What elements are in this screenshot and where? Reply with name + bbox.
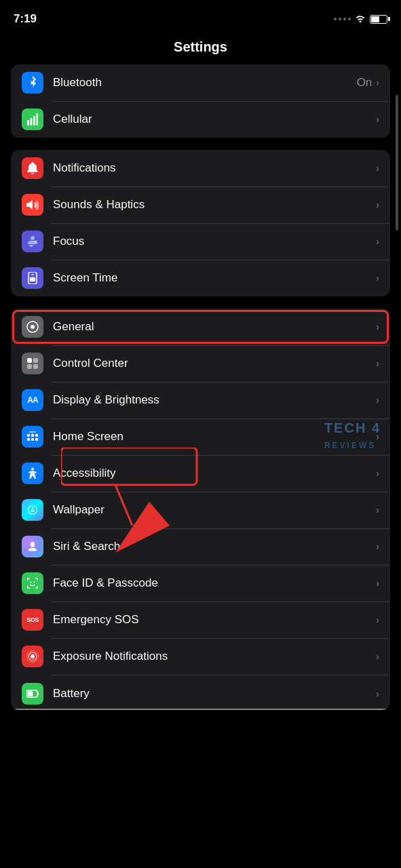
settings-row-focus[interactable]: Focus › [11, 223, 390, 260]
settings-row-screentime[interactable]: Screen Time › [11, 260, 390, 296]
settings-row-cellular[interactable]: Cellular › [11, 101, 390, 138]
svg-rect-2 [33, 116, 35, 125]
settings-row-display[interactable]: AA Display & Brightness › [11, 382, 390, 418]
svg-rect-11 [27, 364, 32, 369]
bluetooth-label: Bluetooth [53, 76, 357, 90]
status-time: 7:19 [14, 12, 37, 26]
svg-rect-13 [27, 434, 30, 437]
status-icons [334, 14, 387, 24]
svg-rect-6 [31, 274, 34, 275]
general-label: General [53, 320, 376, 334]
homescreen-chevron: › [376, 431, 379, 442]
scroll-indicator [396, 95, 398, 231]
notifications-label: Notifications [53, 161, 376, 175]
settings-row-wallpaper[interactable]: Wallpaper › [11, 492, 390, 528]
svg-rect-12 [33, 364, 38, 369]
controlcenter-label: Control Center [53, 357, 376, 370]
settings-row-sos[interactable]: SOS Emergency SOS › [11, 601, 390, 638]
homescreen-label: Home Screen [53, 430, 376, 443]
svg-point-31 [34, 582, 35, 583]
screentime-icon [22, 267, 43, 289]
settings-row-exposure[interactable]: Exposure Notifications › [11, 638, 390, 675]
settings-group-connectivity: Bluetooth On › Cellular › [11, 64, 390, 138]
settings-row-homescreen[interactable]: Home Screen › [11, 418, 390, 455]
settings-group-main: General › Control Center › AA [11, 309, 390, 710]
svg-rect-37 [28, 691, 33, 696]
display-icon: AA [22, 389, 43, 411]
settings-group-notifications: Notifications › Sounds & Haptics › [11, 150, 390, 296]
svg-point-8 [31, 325, 35, 329]
svg-point-21 [31, 542, 35, 547]
svg-rect-18 [35, 438, 38, 441]
settings-row-general[interactable]: General › [11, 309, 390, 345]
homescreen-icon [22, 426, 43, 448]
notifications-chevron: › [376, 163, 379, 174]
focus-label: Focus [53, 235, 376, 248]
svg-rect-10 [33, 358, 38, 363]
battery-label: Battery [53, 687, 376, 701]
settings-container: Bluetooth On › Cellular › [0, 64, 401, 710]
siri-chevron: › [376, 541, 379, 552]
battery-icon [22, 683, 43, 705]
faceid-chevron: › [376, 578, 379, 589]
controlcenter-icon [22, 353, 43, 374]
general-icon [22, 316, 43, 338]
sounds-label: Sounds & Haptics [53, 198, 376, 212]
settings-row-siri[interactable]: Siri & Search › [11, 528, 390, 565]
bluetooth-chevron: › [376, 77, 379, 88]
general-chevron: › [376, 321, 379, 332]
svg-rect-27 [37, 578, 39, 580]
sounds-icon [22, 194, 43, 216]
svg-rect-17 [31, 438, 34, 441]
svg-rect-26 [27, 578, 28, 580]
accessibility-icon [22, 462, 43, 484]
svg-point-32 [31, 654, 35, 658]
accessibility-label: Accessibility [53, 467, 376, 480]
exposure-icon [22, 646, 43, 667]
wallpaper-chevron: › [376, 505, 379, 515]
svg-rect-14 [31, 434, 34, 437]
notifications-icon [22, 157, 43, 179]
sos-chevron: › [376, 614, 379, 625]
battery-status-icon [370, 15, 387, 24]
faceid-label: Face ID & Passcode [53, 576, 376, 590]
page-title: Settings [174, 39, 227, 54]
svg-rect-16 [27, 438, 30, 441]
battery-chevron: › [376, 688, 379, 699]
bluetooth-value: On [357, 76, 373, 90]
settings-row-sounds[interactable]: Sounds & Haptics › [11, 186, 390, 223]
sos-icon: SOS [22, 609, 43, 631]
svg-rect-0 [27, 120, 29, 125]
svg-rect-15 [35, 434, 38, 437]
siri-label: Siri & Search [53, 540, 376, 553]
sos-label: Emergency SOS [53, 613, 376, 627]
focus-chevron: › [376, 236, 379, 247]
svg-rect-29 [37, 586, 39, 589]
cellular-chevron: › [376, 114, 379, 125]
signal-icon [334, 18, 351, 20]
settings-row-notifications[interactable]: Notifications › [11, 150, 390, 186]
svg-rect-5 [30, 277, 35, 281]
exposure-label: Exposure Notifications [53, 650, 376, 663]
svg-rect-36 [37, 692, 39, 695]
wifi-icon [355, 14, 366, 24]
accessibility-chevron: › [376, 468, 379, 479]
sounds-chevron: › [376, 199, 379, 210]
focus-icon [22, 231, 43, 252]
settings-row-controlcenter[interactable]: Control Center › [11, 345, 390, 382]
wallpaper-icon [22, 499, 43, 521]
cellular-label: Cellular [53, 113, 372, 126]
display-chevron: › [376, 395, 379, 406]
screentime-chevron: › [376, 273, 379, 283]
settings-row-bluetooth[interactable]: Bluetooth On › [11, 64, 390, 101]
settings-row-battery[interactable]: Battery › [11, 675, 390, 710]
settings-row-faceid[interactable]: Face ID & Passcode › [11, 565, 390, 601]
page-header: Settings [0, 34, 401, 64]
svg-point-20 [31, 468, 34, 471]
faceid-icon [22, 572, 43, 594]
status-bar: 7:19 [0, 0, 401, 34]
settings-row-accessibility[interactable]: Accessibility › [11, 455, 390, 492]
bluetooth-icon [22, 72, 43, 94]
svg-point-30 [31, 582, 32, 583]
cellular-icon [22, 108, 43, 130]
